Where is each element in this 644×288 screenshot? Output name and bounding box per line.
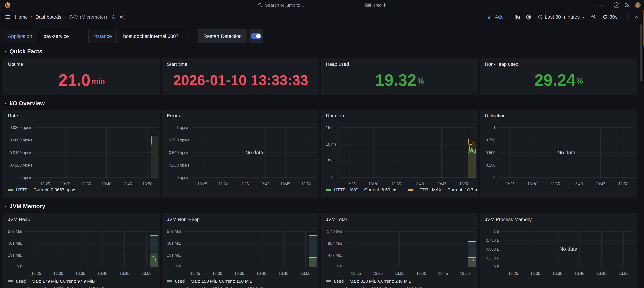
panel-title: JVM Total xyxy=(326,217,347,222)
legend-item-http-avg[interactable]: HTTP - AVGCurrent: 8.50 ms xyxy=(326,187,398,192)
legend-series-stats: Current: 0.0667 ops/s xyxy=(34,187,76,192)
svg-text:13:30: 13:30 xyxy=(373,271,382,276)
svg-text:13:50: 13:50 xyxy=(300,271,310,276)
refresh-interval-label: 30s xyxy=(610,14,618,20)
application-var-label: Application xyxy=(3,29,37,43)
rss-icon xyxy=(624,2,630,8)
vertical-scrollbar[interactable] xyxy=(640,24,642,81)
section-header-jvm-memory[interactable]: JVM Memory xyxy=(4,203,644,210)
chart-canvas-jvm-non-heap[interactable]: 0 B191 MiB381 MiB572 MiB13:2513:3013:351… xyxy=(162,214,319,288)
legend-series-stats: Current: 10.7 ms xyxy=(448,187,478,192)
dashboard-quick-actions: ☆ xyxy=(111,14,125,20)
favorite-star-icon[interactable]: ☆ xyxy=(111,14,116,20)
svg-text:10 ms: 10 ms xyxy=(326,142,336,146)
svg-text:0.500 ops/s: 0.500 ops/s xyxy=(169,150,189,155)
svg-text:13:45: 13:45 xyxy=(596,182,606,186)
menu-icon[interactable] xyxy=(5,14,10,20)
legend-series-name: committed xyxy=(334,287,355,288)
svg-text:1: 1 xyxy=(493,125,496,130)
save-icon[interactable] xyxy=(515,14,520,20)
search-shortcut: ⌨ cmd+k xyxy=(364,2,386,8)
legend-swatch xyxy=(8,280,13,282)
instance-var-select[interactable]: host.docker.internal:6087 xyxy=(119,29,189,43)
breadcrumb-separator: › xyxy=(31,14,32,20)
stat-value: 29.24% xyxy=(480,65,637,95)
restart-detection-toggle[interactable] xyxy=(249,29,263,43)
svg-text:1 ops/s: 1 ops/s xyxy=(176,125,189,130)
breadcrumb-home[interactable]: Home xyxy=(15,14,28,20)
plus-icon xyxy=(594,2,599,8)
svg-text:0 B: 0 B xyxy=(16,265,22,269)
legend-item-committed[interactable]: committedMax: 153 MiB Current: 153 MiB xyxy=(167,286,316,288)
legend-swatch xyxy=(167,280,172,282)
breadcrumb-separator: › xyxy=(64,14,66,20)
zoom-out-icon[interactable] xyxy=(591,14,596,20)
topbar-actions: ? xyxy=(594,2,640,8)
svg-text:5 ms: 5 ms xyxy=(328,159,336,163)
svg-text:13:30: 13:30 xyxy=(368,182,378,186)
svg-text:13:30: 13:30 xyxy=(60,182,70,186)
scrollbar-accent xyxy=(643,10,644,46)
grafana-logo[interactable] xyxy=(4,2,11,8)
section-header-io-overview[interactable]: I/O Overview xyxy=(4,100,644,107)
breadcrumb-current: JVM (Micrometer) xyxy=(69,14,107,20)
refresh-control[interactable]: 30s xyxy=(602,14,622,20)
svg-text:13:40: 13:40 xyxy=(98,271,108,276)
svg-text:0 ops/s: 0 ops/s xyxy=(20,175,32,180)
panel-non-heap-used: Non-Heap used29.24% xyxy=(480,58,637,95)
section-header-quick-facts[interactable]: Quick Facts xyxy=(4,48,644,55)
time-range-picker[interactable]: Last 30 minutes xyxy=(538,14,585,20)
panel-title: JVM Process Memory xyxy=(485,217,532,222)
svg-text:13:25: 13:25 xyxy=(351,271,361,276)
chart-legend: usedMax: 179 MiB Current: 97.9 MiBcommit… xyxy=(8,278,157,288)
toggle-knob xyxy=(256,34,260,38)
legend-item-committed[interactable]: committedMax: 227 MiB Current: 227 MiB xyxy=(8,286,157,288)
user-avatar[interactable] xyxy=(635,2,640,8)
chart-canvas-jvm-process-memory[interactable]: 0 B0.250 B0.500 B0.750 B1 B13:2513:3013:… xyxy=(480,214,637,288)
svg-text:0.500 B: 0.500 B xyxy=(486,247,499,252)
svg-text:13:45: 13:45 xyxy=(438,271,448,276)
svg-text:572 MiB: 572 MiB xyxy=(167,229,181,234)
legend-item-http[interactable]: HTTPCurrent: 0.0667 ops/s xyxy=(8,187,76,192)
svg-text:13:45: 13:45 xyxy=(280,182,290,186)
stat-value: 2026-01-10 13:33:33 xyxy=(162,65,319,95)
chevron-down-icon xyxy=(72,35,74,38)
panel-title: Start time xyxy=(167,61,187,67)
breadcrumb-dashboards[interactable]: Dashboards xyxy=(36,14,61,20)
svg-text:1.40 GiB: 1.40 GiB xyxy=(327,229,342,234)
chart-canvas-duration[interactable]: 0 s5 ms10 ms15 ms13:2513:3013:3513:4013:… xyxy=(322,110,478,198)
svg-text:13:35: 13:35 xyxy=(234,271,244,276)
legend-series-stats: Max: 150 MiB Current: 150 MiB xyxy=(190,279,253,284)
legend-item-used[interactable]: usedMax: 150 MiB Current: 150 MiB xyxy=(167,278,316,284)
chart-canvas-jvm-heap[interactable]: 0 B191 MiB381 MiB572 MiB13:2513:3013:351… xyxy=(4,214,160,288)
svg-text:0 B: 0 B xyxy=(494,265,500,269)
chart-canvas-rate[interactable]: 0 ops/s0.0200 ops/s0.0400 ops/s0.0600 op… xyxy=(4,110,160,198)
panel-title: Heap used xyxy=(326,61,349,67)
collapse-chevron-up-icon[interactable] xyxy=(634,15,639,19)
stat-value: 19.32% xyxy=(322,65,478,95)
legend-item-used[interactable]: usedMax: 179 MiB Current: 97.9 MiB xyxy=(8,278,157,284)
new-button[interactable] xyxy=(594,2,604,8)
top-header-bar: Search or jump to... ⌨ cmd+k ? xyxy=(0,0,644,10)
legend-item-committed[interactable]: committedMax: 380 MiB Current: 380 MiB xyxy=(326,286,475,288)
legend-item-used[interactable]: usedMax: 328 MiB Current: 248 MiB xyxy=(326,278,475,284)
add-button[interactable]: Add xyxy=(488,14,509,20)
search-input[interactable]: Search or jump to... ⌨ cmd+k xyxy=(254,1,390,9)
help-button[interactable]: ? xyxy=(614,2,619,8)
legend-item-http-max[interactable]: HTTP - MAXCurrent: 10.7 ms xyxy=(408,187,478,192)
application-var-select[interactable]: pay-service xyxy=(39,29,79,43)
chart-canvas-utilisation[interactable]: 00.2500.5000.750113:2513:3013:3513:4013:… xyxy=(480,110,637,198)
instance-var-label: Instance xyxy=(88,29,116,43)
legend-series-name: committed xyxy=(16,287,36,288)
svg-text:0 s: 0 s xyxy=(331,175,336,180)
news-button[interactable] xyxy=(624,2,630,8)
share-icon[interactable] xyxy=(120,14,125,20)
settings-gear-icon[interactable] xyxy=(526,14,532,20)
svg-text:0.0200 ops/s: 0.0200 ops/s xyxy=(10,163,32,167)
breadcrumb: Home › Dashboards › JVM (Micrometer) xyxy=(15,14,107,20)
chart-canvas-errors[interactable]: 0 ops/s0.250 ops/s0.500 ops/s0.750 ops/s… xyxy=(162,110,319,198)
chart-canvas-jvm-total[interactable]: 0 B477 MiB954 MiB1.40 GiB13:2513:3013:35… xyxy=(322,214,478,288)
svg-text:13:40: 13:40 xyxy=(102,182,112,186)
stat-number: 21.0 xyxy=(58,72,90,88)
svg-text:13:50: 13:50 xyxy=(618,182,628,186)
